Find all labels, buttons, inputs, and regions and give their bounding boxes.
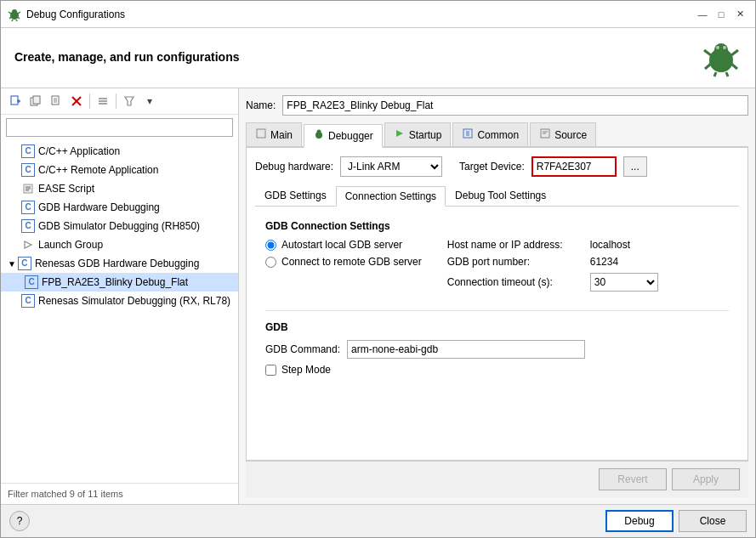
delete-config-button[interactable] (67, 92, 86, 110)
apply-button[interactable]: Apply (672, 468, 740, 490)
fpb-icon: C (25, 275, 38, 289)
svg-line-2 (9, 12, 11, 14)
tree-item-fpb-label: FPB_RA2E3_Blinky Debug_Flat (42, 276, 188, 288)
tree-item-cc-remote[interactable]: C C/C++ Remote Application (1, 161, 238, 179)
tree-item-cc-app[interactable]: C C/C++ Application (1, 142, 238, 161)
collapse-all-button[interactable] (94, 92, 112, 110)
timeout-select[interactable]: 30 60 120 (590, 273, 658, 292)
step-mode-checkbox[interactable] (265, 365, 276, 376)
host-label: Host name or IP address: (447, 239, 583, 251)
name-label: Name: (246, 99, 276, 111)
svg-point-1 (12, 9, 17, 14)
tab-common-label: Common (477, 129, 519, 141)
port-value: 61234 (590, 256, 618, 268)
radio-autostart-input[interactable] (265, 240, 276, 251)
debugger-tab-icon (313, 128, 325, 143)
help-button[interactable]: ? (9, 511, 30, 531)
tree-item-renesas-gdb[interactable]: ▼ C Renesas GDB Hardware Debugging (1, 254, 238, 273)
timeout-label: Connection timeout (s): (447, 276, 583, 288)
tree-item-renesas-sim[interactable]: C Renesas Simulator Debugging (RX, RL78) (1, 292, 238, 310)
step-mode-row: Step Mode (265, 364, 729, 376)
header-subtitle: Create, manage, and run configurations (14, 50, 240, 64)
right-panel: Name: Main Debugger (239, 88, 755, 504)
svg-line-11 (731, 50, 738, 55)
launch-icon (21, 238, 35, 252)
tree-item-gdb-hw[interactable]: C GDB Hardware Debugging (1, 198, 238, 217)
radio-remote-label[interactable]: Connect to remote GDB server (281, 256, 422, 268)
hw-select[interactable]: J-Link ARM (340, 156, 442, 177)
revert-button[interactable]: Revert (599, 468, 667, 490)
new-config-button[interactable] (6, 92, 25, 110)
tab-source-label: Source (554, 129, 587, 141)
hw-row: Debug hardware: J-Link ARM Target Device… (255, 156, 739, 177)
timeout-row: Connection timeout (s): 30 60 120 (447, 273, 729, 292)
port-row: GDB port number: 61234 (447, 256, 729, 268)
tab-main[interactable]: Main (246, 122, 302, 146)
main-tab-icon (255, 127, 267, 142)
step-mode-label[interactable]: Step Mode (281, 364, 331, 376)
gdb-section: GDB GDB Command: Step Mode (265, 310, 729, 376)
tree-item-ease[interactable]: EASE Script (1, 179, 238, 198)
svg-line-5 (18, 17, 20, 19)
svg-rect-38 (257, 129, 265, 138)
tab-debugger[interactable]: Debugger (304, 124, 383, 148)
export-config-button[interactable] (47, 92, 65, 110)
duplicate-config-button[interactable] (26, 92, 45, 110)
port-label: GDB port number: (447, 256, 583, 268)
toolbar-sep-1 (89, 93, 90, 109)
svg-point-16 (716, 46, 719, 49)
tree-item-ease-label: EASE Script (38, 183, 94, 195)
filter-dropdown-button[interactable]: ▾ (140, 92, 159, 110)
common-tab-icon (462, 127, 474, 142)
sub-tab-connection-settings[interactable]: Connection Settings (336, 186, 446, 207)
svg-line-10 (704, 50, 711, 55)
gdb-hw-icon: C (21, 201, 35, 214)
host-row: Host name or IP address: localhost (447, 239, 729, 251)
svg-line-7 (16, 20, 17, 21)
sub-tab-gdb-settings[interactable]: GDB Settings (255, 185, 336, 206)
search-input[interactable] (6, 118, 233, 137)
very-bottom-bar: ? Debug Close (1, 504, 755, 537)
name-input[interactable] (282, 95, 748, 116)
debug-button[interactable]: Debug (605, 510, 674, 532)
ease-icon (21, 182, 35, 195)
main-tabs-bar: Main Debugger Startup (246, 122, 748, 148)
target-input[interactable] (531, 156, 617, 177)
host-value: localhost (590, 239, 630, 251)
gdb-cmd-row: GDB Command: (265, 340, 729, 359)
sub-tab-gdb-settings-label: GDB Settings (264, 190, 327, 201)
tree-item-gdb-sim[interactable]: C GDB Simulator Debugging (RH850) (1, 217, 238, 235)
tree-item-launch[interactable]: Launch Group (1, 235, 238, 254)
connection-settings-content: GDB Connection Settings Autostart local … (255, 213, 739, 382)
startup-tab-icon (394, 127, 406, 142)
tree-item-fpb[interactable]: C FPB_RA2E3_Blinky Debug_Flat (1, 273, 238, 292)
hw-label: Debug hardware: (255, 161, 333, 173)
restore-button[interactable]: □ (713, 6, 730, 23)
tab-main-label: Main (270, 129, 293, 141)
tab-source[interactable]: Source (530, 122, 596, 146)
filter-button[interactable] (120, 92, 139, 110)
tab-common[interactable]: Common (452, 122, 528, 146)
tab-startup-label: Startup (409, 129, 442, 141)
sub-tab-debug-tool[interactable]: Debug Tool Settings (446, 185, 555, 206)
target-browse-button[interactable]: ... (623, 156, 647, 177)
svg-line-6 (12, 20, 13, 21)
tab-startup[interactable]: Startup (384, 122, 452, 146)
gdb-cmd-input[interactable] (347, 340, 585, 359)
radio-autostart-label[interactable]: Autostart local GDB server (281, 239, 402, 251)
left-toolbar: ▾ (1, 88, 238, 115)
svg-point-17 (723, 46, 726, 49)
close-window-button[interactable]: ✕ (731, 6, 748, 23)
radio-remote-input[interactable] (265, 257, 276, 268)
svg-line-12 (705, 64, 711, 69)
minimize-button[interactable]: — (694, 6, 711, 23)
target-label: Target Device: (459, 161, 525, 173)
connection-left: Autostart local GDB server Connect to re… (265, 239, 422, 297)
bug-logo (701, 37, 742, 77)
svg-marker-32 (125, 97, 134, 105)
toolbar-sep-2 (116, 93, 117, 109)
tree-item-renesas-sim-label: Renesas Simulator Debugging (RX, RL78) (38, 295, 230, 307)
tree-item-renesas-gdb-label: Renesas GDB Hardware Debugging (35, 258, 199, 269)
close-button[interactable]: Close (679, 510, 747, 532)
radio-remote: Connect to remote GDB server (265, 256, 422, 268)
